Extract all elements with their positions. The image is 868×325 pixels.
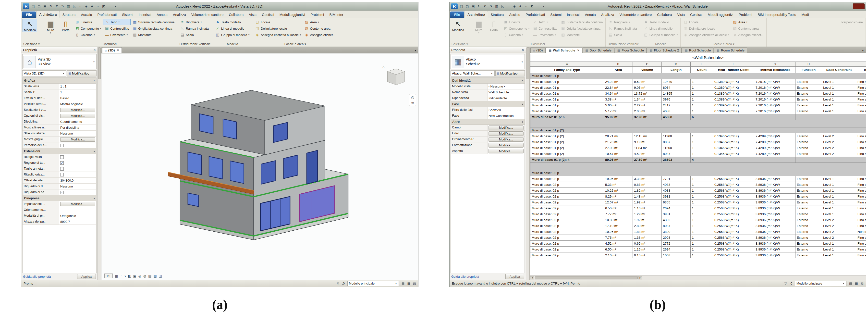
- panel-caption-costruisci[interactable]: Costruisci: [470, 42, 606, 47]
- cell[interactable]: 10.67 m²: [604, 151, 633, 157]
- cell[interactable]: Esterno: [796, 96, 822, 102]
- tool-pavimento[interactable]: ▬Pavimento▾: [103, 32, 131, 38]
- cell[interactable]: Level 2: [822, 217, 856, 223]
- tab-list-icon[interactable]: ▾: [860, 49, 866, 53]
- default-3d-view-icon[interactable]: ⌂: [96, 4, 100, 8]
- panel-caption-partial[interactable]: [833, 42, 866, 47]
- visual-style-icon[interactable]: ▦: [115, 274, 118, 278]
- measure-icon[interactable]: ◺: [500, 4, 505, 8]
- cell[interactable]: 0.1389 W/(m²·K): [713, 91, 754, 96]
- panel-caption-seleziona[interactable]: Seleziona ▾: [21, 42, 42, 47]
- section-dati-identit[interactable]: Dati identità▴: [451, 78, 525, 84]
- active-design-option-select[interactable]: Modello principale▾: [795, 281, 846, 286]
- print-icon[interactable]: ▥: [66, 4, 70, 8]
- scroll-right-icon[interactable]: ▶: [638, 276, 642, 279]
- cell[interactable]: 1: [691, 217, 713, 223]
- property-value[interactable]: [59, 207, 96, 213]
- property-value[interactable]: Nessuno: [59, 184, 96, 189]
- ribbon-tab-volumetrie-e-cantiere[interactable]: Volumetrie e cantiere: [189, 11, 226, 18]
- cell[interactable]: 1: [691, 133, 713, 139]
- cell[interactable]: 1: [691, 200, 713, 205]
- property-value[interactable]: New Construction: [488, 113, 525, 119]
- cell[interactable]: Muro di base: 02 p: [530, 217, 604, 223]
- cell[interactable]: 2694: [662, 205, 691, 211]
- cell[interactable]: Esterno: [796, 194, 822, 200]
- cell[interactable]: 1.29 m³: [633, 211, 662, 217]
- cell[interactable]: 5.17 m²: [604, 108, 633, 114]
- tag-icon[interactable]: ◈: [84, 4, 88, 8]
- cell[interactable]: Esterno: [796, 151, 822, 157]
- ribbon-tab-vista[interactable]: Vista: [675, 11, 687, 18]
- cell[interactable]: Esterno: [796, 246, 822, 253]
- cell[interactable]: 0.2568 W/(m²·K): [713, 241, 754, 246]
- cell[interactable]: 0.2568 W/(m²·K): [713, 194, 754, 200]
- cell[interactable]: 9.19 m³: [633, 139, 662, 145]
- cell[interactable]: 7.2016 (m²·K)/W: [754, 108, 796, 114]
- cell[interactable]: 3981: [662, 211, 691, 217]
- cell[interactable]: Muro di base: 02 p: [530, 176, 604, 182]
- cell[interactable]: Esterno: [796, 229, 822, 235]
- ribbon-tab-struttura[interactable]: Struttura: [488, 11, 507, 18]
- cell[interactable]: 1.48 m³: [633, 194, 662, 200]
- schedule-view[interactable]: <Wall Schedule>ABCDEFGHIJFamily and Type…: [530, 53, 866, 275]
- open-icon[interactable]: ▢: [37, 4, 41, 8]
- tool-linea-di-modello[interactable]: ∕Linea di modello: [642, 25, 679, 32]
- cell[interactable]: Esterno: [796, 91, 822, 96]
- cell[interactable]: 9.05 m³: [633, 85, 662, 91]
- cell[interactable]: Esterno: [796, 205, 822, 211]
- column-header[interactable]: Function: [796, 67, 822, 73]
- qat-customize-icon[interactable]: ▾: [114, 4, 118, 8]
- tool-componente[interactable]: ◩Componente▾: [502, 25, 531, 32]
- property-value[interactable]: Mostra originale: [59, 101, 96, 107]
- cell[interactable]: 0.2568 W/(m²·K): [713, 235, 754, 241]
- cell[interactable]: 1: [691, 223, 713, 229]
- cell[interactable]: 34.64 m²: [604, 91, 633, 96]
- property-value[interactable]: Wall Schedule: [488, 89, 525, 95]
- ribbon-tab-gestisci[interactable]: Gestisci: [687, 11, 705, 18]
- tool-delimitatore-locale[interactable]: ◫Delimitatore locale: [682, 25, 731, 32]
- cell[interactable]: 1.16 m³: [633, 246, 662, 253]
- column-letter[interactable]: G: [754, 62, 796, 67]
- ribbon-tab-modi[interactable]: Modi: [799, 11, 811, 18]
- cell[interactable]: 2.05 m³: [633, 108, 662, 114]
- cell[interactable]: 12449: [662, 79, 691, 85]
- column-letter[interactable]: C: [633, 62, 662, 67]
- aligned-dimension-icon[interactable]: ↔: [78, 4, 82, 8]
- cell[interactable]: 1.38 m³: [633, 235, 662, 241]
- ribbon-tab-architettura[interactable]: Architettura: [36, 11, 60, 18]
- tool-area[interactable]: ▨Area▾: [303, 19, 337, 25]
- cell[interactable]: 3.8936 (m²·K)/W: [754, 194, 796, 200]
- cell[interactable]: 0.1389 W/(m²·K): [713, 96, 754, 102]
- column-letter[interactable]: I: [822, 62, 856, 67]
- cell[interactable]: 3.8936 (m²·K)/W: [754, 253, 796, 258]
- apply-button[interactable]: Applica: [77, 274, 96, 279]
- property-value[interactable]: Per disciplina: [59, 125, 96, 130]
- cell[interactable]: 5.33 m²: [604, 182, 633, 188]
- active-design-option-select[interactable]: Modello principale▾: [347, 281, 399, 286]
- cell[interactable]: 4088: [662, 108, 691, 114]
- cell[interactable]: Fino al livello: [856, 176, 866, 182]
- default-3d-view-icon[interactable]: ⌂: [524, 4, 528, 8]
- cell[interactable]: 28.71 m²: [604, 133, 633, 139]
- cell[interactable]: 10.80 m²: [604, 217, 633, 223]
- tab-list-icon[interactable]: ▾: [412, 49, 418, 53]
- cell[interactable]: Fino al livello: [856, 194, 866, 200]
- panel-caption-modello[interactable]: Modello: [641, 42, 681, 47]
- cell[interactable]: 7.77 m²: [604, 211, 633, 217]
- ribbon-tab-file[interactable]: File: [22, 11, 36, 18]
- ribbon-tab-prefabbricati[interactable]: Prefabbricati: [95, 11, 120, 18]
- cell[interactable]: 1: [691, 151, 713, 157]
- close-view-icon[interactable]: ✕: [577, 49, 580, 52]
- cell[interactable]: 0.1346 W/(m²·K): [713, 133, 754, 139]
- cell[interactable]: Muro di base: 01 p: [530, 108, 604, 114]
- ribbon-tab-analizza[interactable]: Analizza: [170, 11, 189, 18]
- drawing-canvas[interactable]: ⌂ ◎⊕1:1▦◔◑◧▣◎◍▤▥◫: [101, 53, 418, 280]
- cell[interactable]: Fino al livello: [856, 91, 866, 96]
- view-selector-combo[interactable]: Abaco: Wall Sche...▾: [451, 70, 495, 77]
- column-header[interactable]: Count: [691, 67, 713, 73]
- panel-caption-modello[interactable]: Modello: [213, 42, 252, 47]
- modifica-button[interactable]: ↖Modifica: [23, 19, 37, 32]
- cell[interactable]: Level 1: [822, 91, 856, 96]
- close-view-icon[interactable]: ✕: [117, 49, 119, 52]
- cell[interactable]: 9.62 m³: [633, 79, 662, 85]
